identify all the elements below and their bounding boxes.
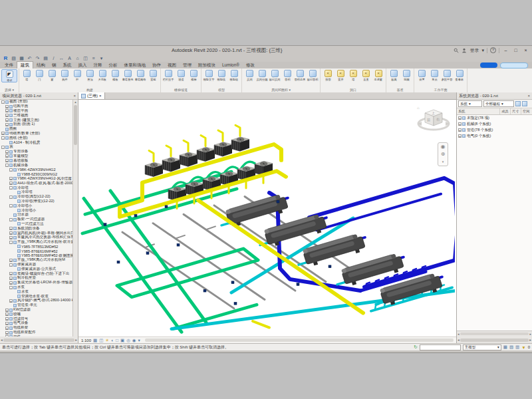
ribbon-button-面积[interactable]: 面积 <box>281 69 293 81</box>
tree-item[interactable]: +AHU-组合式-双风-板式-标准-2000-59 <box>0 181 73 186</box>
tree-item[interactable]: +集成光伏幕墙-LRCM-外形-传输器-108-175-Ch <box>0 281 73 285</box>
close-icon[interactable]: × <box>527 94 530 98</box>
ribbon-button-面积边界[interactable]: 面积边界 <box>294 69 306 81</box>
ribbon-button-模型组[interactable]: 模型组 <box>228 69 240 81</box>
tree-item[interactable]: +楼层平面 <box>0 109 73 114</box>
tree-expander-icon[interactable]: - <box>9 263 13 267</box>
tree-item[interactable]: 空调给水泵-双泵 <box>0 294 73 299</box>
canvas-hscrollbar[interactable] <box>145 338 454 342</box>
tree-item[interactable]: +泵阀绿-螺旋焊合-凸轮-下进下出 <box>0 271 73 276</box>
tree-item[interactable]: -视图 (全部) <box>0 100 73 104</box>
section-icon[interactable]: ◫ <box>82 55 89 62</box>
ribbon-button-天花板[interactable]: 天花板 <box>96 69 108 81</box>
tab-插入[interactable]: 插入 <box>75 62 90 68</box>
system-row[interactable]: +机械(8 个系统) <box>457 121 532 127</box>
design-option-select[interactable]: 主模型▾ <box>463 344 501 350</box>
open-icon[interactable]: ▨ <box>10 55 17 62</box>
tab-附加模块[interactable]: 附加模块 <box>195 62 219 68</box>
tree-expander-icon[interactable]: + <box>5 109 9 112</box>
tree-item[interactable]: +开放_Y98K离心式冷水机组M <box>0 258 73 263</box>
tree-expander-icon[interactable]: + <box>458 116 462 120</box>
ribbon-button-楼板[interactable]: 楼板 <box>109 69 121 81</box>
ribbon-button-房间[interactable]: 房间 <box>243 69 255 81</box>
chevron-down-icon[interactable]: ▾ <box>481 48 484 53</box>
show-crop-icon[interactable]: ▣ <box>120 337 124 343</box>
tree-expander-icon[interactable]: + <box>5 327 9 330</box>
column-header[interactable]: 空间 <box>521 108 532 114</box>
tree-item[interactable]: -开放_Y98K离心式冷水机组-双冷凝型 <box>0 240 73 245</box>
visual-style-icon[interactable]: ◫ <box>99 337 103 343</box>
background-process-icon[interactable]: ▥ <box>515 344 519 350</box>
tab-分析[interactable]: 分析 <box>106 62 121 68</box>
tree-item[interactable]: +电气设备 <box>0 321 73 326</box>
tree-expander-icon[interactable]: - <box>9 218 13 221</box>
tree-item[interactable]: +系统消防设备 <box>0 226 73 231</box>
tree-item[interactable]: +立面 (建筑立面) <box>0 118 73 122</box>
tab-系统[interactable]: 系统 <box>60 62 75 68</box>
tree-expander-icon[interactable]: + <box>5 105 9 108</box>
shadows-icon[interactable]: ◐ <box>111 337 114 343</box>
ribbon-button-柱[interactable]: 柱 <box>71 69 83 81</box>
tree-expander-icon[interactable]: + <box>458 134 462 138</box>
system-row[interactable]: +未指定(78 项) <box>457 115 532 121</box>
ribbon-button-栏杆扶手[interactable]: 栏杆扶手 <box>162 69 174 81</box>
close-icon[interactable]: × <box>73 94 76 98</box>
lumion-livesync-button[interactable] <box>480 63 497 68</box>
ribbon-button-屋顶[interactable]: 屋顶 <box>84 69 96 81</box>
tree-expander-icon[interactable]: + <box>9 231 13 235</box>
title-bar[interactable]: Autodesk Revit 2020 - 020-1.rvt - 三维视图: … <box>0 46 532 55</box>
viewcube[interactable]: 上 前 右 ⌂ <box>416 104 451 141</box>
tree-item[interactable]: +KW过滤器 <box>0 308 73 313</box>
tree-expander-icon[interactable]: + <box>5 114 9 117</box>
ribbon-button-窗[interactable]: 窗 <box>46 69 58 81</box>
tree-expander-icon[interactable]: + <box>5 317 9 321</box>
tree-item[interactable]: +剖面 (剖面 1) <box>0 122 73 127</box>
tree-expander-icon[interactable]: - <box>1 100 5 104</box>
navigation-bar[interactable]: ◉ ⊕ ▾ <box>438 142 448 166</box>
system-browser-hscrollbar[interactable]: ◂▸ <box>456 336 532 343</box>
ribbon-button-显示[interactable]: 显示 <box>428 69 440 81</box>
steering-wheel-icon[interactable]: ◉ <box>441 144 446 150</box>
ribbon-button-标记面积[interactable]: 标记面积 <box>307 69 319 81</box>
tree-expander-icon[interactable]: + <box>5 313 9 316</box>
sign-in-label[interactable]: 登录 <box>469 47 479 54</box>
ribbon-button-房间分隔[interactable]: 房间分隔 <box>256 69 268 81</box>
tree-item[interactable]: -水泵 <box>0 285 73 290</box>
tree-item[interactable]: 水泵 <box>0 289 73 294</box>
undo-icon[interactable]: ↶ <box>26 55 33 62</box>
tree-expander-icon[interactable]: - <box>9 186 13 190</box>
measure-icon[interactable]: / <box>50 55 57 62</box>
column-settings-icon[interactable] <box>515 101 521 106</box>
ribbon-button-查看器[interactable]: 查看器 <box>454 69 466 81</box>
tree-expander-icon[interactable]: - <box>5 164 9 167</box>
filter-icon[interactable]: ▼ <box>521 345 525 350</box>
tree-item[interactable]: +制冷机坐垫 <box>0 276 73 281</box>
tree-item[interactable]: -板架-一式过滤器 <box>0 217 73 222</box>
ribbon-button-坡道[interactable]: 坡道 <box>175 69 187 81</box>
editable-only-icon[interactable]: ▦ <box>503 344 507 350</box>
tree-item[interactable]: 分水器 <box>0 213 73 217</box>
tree-item[interactable]: 冷却塔(带泵)(12-22) <box>0 200 73 204</box>
scale-button[interactable]: 1:100 <box>81 338 91 342</box>
minimize-button[interactable]: – <box>502 48 509 53</box>
ribbon-button-门[interactable]: 门 <box>33 69 45 81</box>
help-icon[interactable]: ? <box>490 47 496 53</box>
tab-文件[interactable]: 文件 <box>1 62 17 68</box>
tree-expander-icon[interactable]: - <box>9 204 13 207</box>
dimension-icon[interactable]: ↔ <box>58 55 65 62</box>
tree-item[interactable]: -冷却塔 <box>0 186 73 190</box>
column-header[interactable]: 尺寸 <box>511 108 521 114</box>
detail-level-icon[interactable]: ▦ <box>93 337 97 343</box>
tree-expander-icon[interactable]: + <box>458 122 462 126</box>
tree-expander-icon[interactable]: + <box>5 154 9 158</box>
tree-item[interactable]: +常规风冷式热交换器-布线和汇保养-返回装置 <box>0 235 73 240</box>
print-icon[interactable]: ▤ <box>42 55 49 62</box>
tree-expander-icon[interactable]: + <box>5 331 9 334</box>
tree-expander-icon[interactable]: + <box>5 309 9 312</box>
tree-item[interactable]: +常规模型 <box>0 154 73 159</box>
tree-expander-icon[interactable]: - <box>1 146 5 149</box>
navbar-chevron-icon[interactable]: ▾ <box>442 158 444 165</box>
tree-expander-icon[interactable]: + <box>9 182 13 185</box>
ribbon-button-竖井[interactable]: ×竖井 <box>334 69 346 81</box>
tree-item[interactable]: A104 - 制冷机房 <box>0 140 73 145</box>
